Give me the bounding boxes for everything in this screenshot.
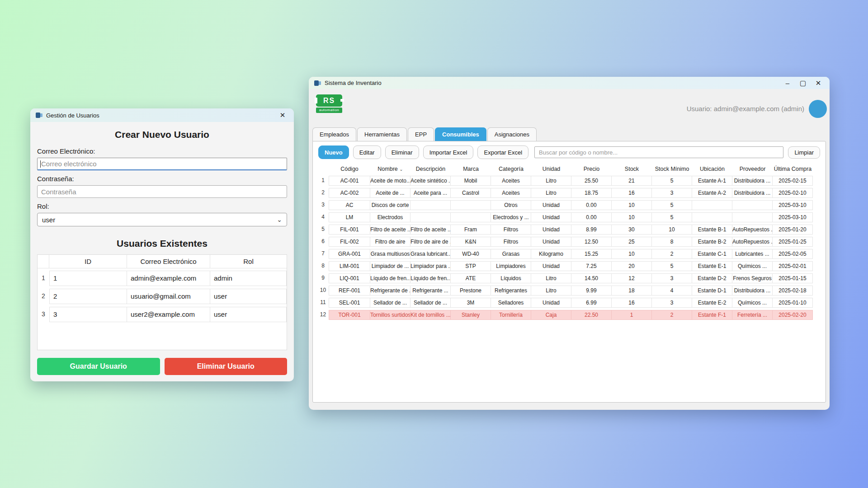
- row-number: 8: [317, 261, 329, 271]
- column-header[interactable]: Rol: [210, 255, 287, 268]
- table-row[interactable]: 2AC-002Aceite de ...Aceite para ...Castr…: [317, 188, 826, 198]
- table-cell: 2025-02-20: [773, 310, 813, 320]
- column-header[interactable]: Proveedor: [732, 165, 773, 173]
- table-cell: [692, 200, 732, 210]
- table-cell: 12: [612, 273, 652, 283]
- user-table-row[interactable]: 22usuario@gmail.comuser: [38, 289, 287, 304]
- column-header[interactable]: Código: [329, 165, 370, 173]
- column-header[interactable]: Ubicación: [692, 165, 732, 173]
- table-cell: 2025-03-10: [773, 212, 813, 222]
- table-cell: AC-002: [329, 188, 370, 198]
- user-management-window: Gestión de Usuarios ✕ Crear Nuevo Usuari…: [30, 108, 294, 381]
- table-row[interactable]: 4LMElectrodosElectrodos y ...Unidad0.001…: [317, 212, 826, 222]
- tab-empleados[interactable]: Empleados: [312, 127, 356, 141]
- new-button[interactable]: Nuevo: [318, 145, 349, 159]
- table-cell: Aceite sintético ...: [410, 176, 451, 186]
- table-cell: Unidad: [531, 200, 571, 210]
- inventory-window: Sistema de Inventario – ▢ ✕ RS automatio…: [309, 77, 830, 410]
- import-excel-button[interactable]: Importar Excel: [423, 145, 474, 159]
- tab-epp[interactable]: EPP: [408, 127, 434, 141]
- tab-consumibles[interactable]: Consumibles: [435, 127, 486, 141]
- table-cell: Selladores: [491, 298, 531, 308]
- column-header[interactable]: Categoría: [491, 165, 531, 173]
- column-header[interactable]: Marca: [451, 165, 491, 173]
- delete-button[interactable]: Eliminar: [385, 145, 419, 159]
- table-cell: AC-001: [329, 176, 370, 186]
- table-cell: 1: [612, 310, 652, 320]
- clear-search-button[interactable]: Limpiar: [788, 146, 820, 159]
- table-row[interactable]: 8LIM-001Limpiador de ...Limpiador para .…: [317, 261, 826, 271]
- create-user-heading: Crear Nuevo Usuario: [37, 129, 287, 140]
- table-cell: 2025-03-10: [773, 200, 813, 210]
- table-cell: AutoRepuestos ...: [732, 237, 773, 247]
- column-header[interactable]: Precio: [571, 165, 612, 173]
- column-header[interactable]: Correo Electrónico: [127, 255, 210, 268]
- table-cell: LIQ-001: [329, 273, 370, 283]
- table-cell: FIL-001: [329, 225, 370, 235]
- table-row[interactable]: 10REF-001Refrigerante de ...Refrigerante…: [317, 286, 826, 296]
- search-input[interactable]: [534, 146, 783, 158]
- column-header[interactable]: Stock: [612, 165, 652, 173]
- edit-button[interactable]: Editar: [353, 145, 381, 159]
- close-icon[interactable]: ✕: [277, 111, 288, 119]
- table-cell: Líquido de fren...: [370, 273, 410, 283]
- users-table: IDCorreo ElectrónicoRol 11admin@example.…: [37, 254, 287, 350]
- table-row[interactable]: 9LIQ-001Líquido de fren...Líquido de fre…: [317, 273, 826, 283]
- table-cell: Estante B-1: [692, 225, 732, 235]
- consumibles-tab-panel: NuevoEditarEliminarImportar ExcelExporta…: [312, 141, 826, 403]
- delete-user-button[interactable]: Eliminar Usuario: [165, 358, 288, 375]
- close-icon[interactable]: ✕: [812, 79, 824, 87]
- row-number: 10: [317, 286, 329, 296]
- user-window-titlebar[interactable]: Gestión de Usuarios ✕: [30, 108, 294, 122]
- export-excel-button[interactable]: Exportar Excel: [477, 145, 528, 159]
- table-cell: 8: [652, 237, 692, 247]
- table-cell: Limpiador de ...: [370, 261, 410, 271]
- table-cell: Grasas: [491, 249, 531, 259]
- table-cell: Refrigerante de ...: [370, 286, 410, 296]
- row-number: 12: [317, 310, 329, 320]
- table-cell: Refrigerantes: [491, 286, 531, 296]
- table-row[interactable]: 3ACDiscos de corteOtrosUnidad0.001052025…: [317, 200, 826, 210]
- column-header[interactable]: Stock Mínimo: [652, 165, 692, 173]
- column-header[interactable]: Descripción: [410, 165, 451, 173]
- table-row[interactable]: 1AC-001Aceite de moto...Aceite sintético…: [317, 176, 826, 186]
- table-cell: 30: [612, 225, 652, 235]
- column-header[interactable]: Unidad: [531, 165, 571, 173]
- minimize-icon[interactable]: –: [782, 79, 793, 87]
- table-cell: Aceite de ...: [370, 188, 410, 198]
- rs-logo-mark: RS: [316, 94, 342, 107]
- column-header[interactable]: Nombre ⌄: [370, 165, 410, 173]
- tab-herramientas[interactable]: Herramientas: [357, 127, 407, 141]
- table-cell: 3M: [451, 298, 491, 308]
- maximize-icon[interactable]: ▢: [797, 79, 809, 87]
- table-cell: Estante F-1: [692, 310, 732, 320]
- table-cell: Estante B-2: [692, 237, 732, 247]
- table-cell: [410, 212, 451, 222]
- column-header[interactable]: ID: [49, 255, 127, 268]
- table-row[interactable]: 12TOR-001Tornillos surtidosKit de tornil…: [317, 310, 826, 320]
- user-table-row[interactable]: 11admin@example.comadmin: [38, 271, 287, 286]
- column-header[interactable]: Última Compra: [773, 165, 813, 173]
- table-cell: Unidad: [531, 212, 571, 222]
- table-cell: Kilogramo: [531, 249, 571, 259]
- user-table-row[interactable]: 33user2@example.comuser: [38, 307, 287, 322]
- email-input[interactable]: [37, 158, 287, 170]
- table-row[interactable]: 6FIL-002Filtro de aireFiltro de aire de …: [317, 237, 826, 247]
- table-row[interactable]: 11SEL-001Sellador de ...Sellador de ...3…: [317, 298, 826, 308]
- table-cell: Electrodos y ...: [491, 212, 531, 222]
- save-user-button[interactable]: Guardar Usuario: [37, 358, 160, 375]
- table-cell: Filtro de aire: [370, 237, 410, 247]
- table-cell: 20: [612, 261, 652, 271]
- table-row[interactable]: 7GRA-001Grasa multiusosGrasa lubricant..…: [317, 249, 826, 259]
- inventory-window-titlebar[interactable]: Sistema de Inventario – ▢ ✕: [309, 77, 830, 89]
- table-row[interactable]: 5FIL-001Filtro de aceite ...Filtro de ac…: [317, 225, 826, 235]
- table-cell: 0.00: [571, 200, 612, 210]
- table-cell: Tornillos surtidos: [370, 310, 410, 320]
- table-cell: [692, 212, 732, 222]
- table-cell: [732, 200, 773, 210]
- table-cell: 10: [612, 200, 652, 210]
- password-label: Contraseña:: [37, 175, 287, 183]
- role-select[interactable]: user ⌄: [37, 213, 287, 226]
- password-input[interactable]: [37, 185, 287, 198]
- tab-asignaciones[interactable]: Asignaciones: [487, 127, 537, 141]
